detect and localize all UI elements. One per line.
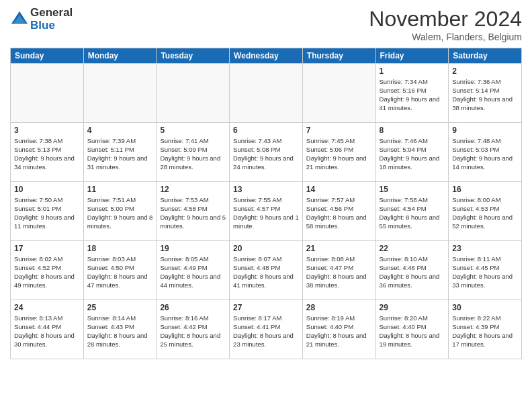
- day-num-8: 8: [380, 125, 445, 136]
- day-info-30: Sunrise: 8:22 AM Sunset: 4:39 PM Dayligh…: [452, 314, 518, 349]
- day-info-7: Sunrise: 7:45 AM Sunset: 5:06 PM Dayligh…: [306, 137, 372, 171]
- day-info-4: Sunrise: 7:39 AM Sunset: 5:11 PM Dayligh…: [87, 137, 153, 171]
- header-thursday: Thursday: [302, 48, 375, 64]
- cell-w4-d3: 27Sunrise: 8:17 AM Sunset: 4:41 PM Dayli…: [230, 300, 303, 359]
- day-num-12: 12: [160, 184, 226, 195]
- day-num-10: 10: [14, 184, 80, 195]
- cell-w2-d1: 11Sunrise: 7:51 AM Sunset: 5:00 PM Dayli…: [83, 182, 157, 241]
- day-info-19: Sunrise: 8:05 AM Sunset: 4:49 PM Dayligh…: [160, 255, 226, 289]
- day-info-16: Sunrise: 8:00 AM Sunset: 4:53 PM Dayligh…: [452, 196, 518, 230]
- day-num-30: 30: [452, 302, 518, 313]
- day-info-28: Sunrise: 8:19 AM Sunset: 4:40 PM Dayligh…: [306, 314, 372, 349]
- week-row-1: 3Sunrise: 7:38 AM Sunset: 5:13 PM Daylig…: [11, 123, 522, 182]
- day-num-16: 16: [452, 184, 518, 195]
- day-info-22: Sunrise: 8:10 AM Sunset: 4:46 PM Dayligh…: [380, 255, 445, 289]
- cell-w0-d1: [83, 64, 157, 123]
- day-info-27: Sunrise: 8:17 AM Sunset: 4:41 PM Dayligh…: [233, 314, 299, 349]
- header-saturday: Saturday: [449, 48, 522, 64]
- day-num-7: 7: [306, 125, 372, 136]
- cell-w3-d6: 23Sunrise: 8:11 AM Sunset: 4:45 PM Dayli…: [449, 241, 522, 300]
- day-info-11: Sunrise: 7:51 AM Sunset: 5:00 PM Dayligh…: [87, 196, 153, 230]
- day-info-8: Sunrise: 7:46 AM Sunset: 5:04 PM Dayligh…: [380, 137, 445, 171]
- header-monday: Monday: [83, 48, 157, 64]
- week-row-2: 10Sunrise: 7:50 AM Sunset: 5:01 PM Dayli…: [11, 182, 522, 241]
- location: Walem, Flanders, Belgium: [369, 32, 522, 42]
- day-num-11: 11: [87, 184, 153, 195]
- cell-w3-d5: 22Sunrise: 8:10 AM Sunset: 4:46 PM Dayli…: [375, 241, 449, 300]
- cell-w4-d0: 24Sunrise: 8:13 AM Sunset: 4:44 PM Dayli…: [11, 300, 84, 359]
- day-num-25: 25: [87, 302, 153, 313]
- day-info-3: Sunrise: 7:38 AM Sunset: 5:13 PM Dayligh…: [14, 137, 80, 171]
- cell-w3-d4: 21Sunrise: 8:08 AM Sunset: 4:47 PM Dayli…: [302, 241, 375, 300]
- day-info-17: Sunrise: 8:02 AM Sunset: 4:52 PM Dayligh…: [14, 255, 80, 289]
- cell-w1-d4: 7Sunrise: 7:45 AM Sunset: 5:06 PM Daylig…: [302, 123, 375, 182]
- day-num-24: 24: [14, 302, 80, 313]
- cell-w2-d0: 10Sunrise: 7:50 AM Sunset: 5:01 PM Dayli…: [11, 182, 84, 241]
- cell-w4-d4: 28Sunrise: 8:19 AM Sunset: 4:40 PM Dayli…: [302, 300, 375, 359]
- day-num-3: 3: [14, 125, 80, 136]
- day-num-15: 15: [380, 184, 445, 195]
- logo-general: General: [30, 7, 73, 19]
- day-info-2: Sunrise: 7:36 AM Sunset: 5:14 PM Dayligh…: [452, 78, 518, 112]
- day-num-29: 29: [380, 302, 445, 313]
- day-info-26: Sunrise: 8:16 AM Sunset: 4:42 PM Dayligh…: [160, 314, 226, 349]
- day-info-1: Sunrise: 7:34 AM Sunset: 5:16 PM Dayligh…: [380, 78, 445, 112]
- cell-w0-d5: 1Sunrise: 7:34 AM Sunset: 5:16 PM Daylig…: [375, 64, 449, 123]
- cell-w3-d3: 20Sunrise: 8:07 AM Sunset: 4:48 PM Dayli…: [230, 241, 303, 300]
- day-num-19: 19: [160, 243, 226, 254]
- day-info-20: Sunrise: 8:07 AM Sunset: 4:48 PM Dayligh…: [233, 255, 299, 289]
- month-title: November 2024: [369, 7, 522, 32]
- cell-w0-d6: 2Sunrise: 7:36 AM Sunset: 5:14 PM Daylig…: [449, 64, 522, 123]
- cell-w4-d6: 30Sunrise: 8:22 AM Sunset: 4:39 PM Dayli…: [449, 300, 522, 359]
- day-num-5: 5: [160, 125, 226, 136]
- cell-w0-d3: [230, 64, 303, 123]
- day-info-6: Sunrise: 7:43 AM Sunset: 5:08 PM Dayligh…: [233, 137, 299, 171]
- cell-w4-d5: 29Sunrise: 8:20 AM Sunset: 4:40 PM Dayli…: [375, 300, 449, 359]
- header-row: Sunday Monday Tuesday Wednesday Thursday…: [11, 48, 522, 64]
- day-info-23: Sunrise: 8:11 AM Sunset: 4:45 PM Dayligh…: [452, 255, 518, 289]
- day-info-18: Sunrise: 8:03 AM Sunset: 4:50 PM Dayligh…: [87, 255, 153, 289]
- week-row-4: 24Sunrise: 8:13 AM Sunset: 4:44 PM Dayli…: [11, 300, 522, 359]
- cell-w1-d2: 5Sunrise: 7:41 AM Sunset: 5:09 PM Daylig…: [157, 123, 230, 182]
- day-num-14: 14: [306, 184, 372, 195]
- day-num-17: 17: [14, 243, 80, 254]
- day-num-28: 28: [306, 302, 372, 313]
- cell-w2-d5: 15Sunrise: 7:58 AM Sunset: 4:54 PM Dayli…: [375, 182, 449, 241]
- day-num-1: 1: [380, 66, 445, 77]
- cell-w4-d2: 26Sunrise: 8:16 AM Sunset: 4:42 PM Dayli…: [157, 300, 230, 359]
- day-info-14: Sunrise: 7:57 AM Sunset: 4:56 PM Dayligh…: [306, 196, 372, 230]
- day-num-4: 4: [87, 125, 153, 136]
- day-num-22: 22: [380, 243, 445, 254]
- header-wednesday: Wednesday: [230, 48, 303, 64]
- day-num-27: 27: [233, 302, 299, 313]
- week-row-3: 17Sunrise: 8:02 AM Sunset: 4:52 PM Dayli…: [11, 241, 522, 300]
- header-friday: Friday: [375, 48, 449, 64]
- cell-w3-d0: 17Sunrise: 8:02 AM Sunset: 4:52 PM Dayli…: [11, 241, 84, 300]
- page: General Blue November 2024 Walem, Flande…: [0, 0, 532, 411]
- cell-w2-d6: 16Sunrise: 8:00 AM Sunset: 4:53 PM Dayli…: [449, 182, 522, 241]
- cell-w2-d2: 12Sunrise: 7:53 AM Sunset: 4:58 PM Dayli…: [157, 182, 230, 241]
- day-num-6: 6: [233, 125, 299, 136]
- title-area: November 2024 Walem, Flanders, Belgium: [369, 7, 522, 42]
- cell-w4-d1: 25Sunrise: 8:14 AM Sunset: 4:43 PM Dayli…: [83, 300, 157, 359]
- cell-w2-d3: 13Sunrise: 7:55 AM Sunset: 4:57 PM Dayli…: [230, 182, 303, 241]
- day-info-21: Sunrise: 8:08 AM Sunset: 4:47 PM Dayligh…: [306, 255, 372, 289]
- week-row-0: 1Sunrise: 7:34 AM Sunset: 5:16 PM Daylig…: [11, 64, 522, 123]
- day-num-2: 2: [452, 66, 518, 77]
- cell-w1-d1: 4Sunrise: 7:39 AM Sunset: 5:11 PM Daylig…: [83, 123, 157, 182]
- header-sunday: Sunday: [11, 48, 84, 64]
- day-info-13: Sunrise: 7:55 AM Sunset: 4:57 PM Dayligh…: [233, 196, 299, 230]
- day-num-20: 20: [233, 243, 299, 254]
- day-num-13: 13: [233, 184, 299, 195]
- calendar: Sunday Monday Tuesday Wednesday Thursday…: [10, 48, 522, 359]
- cell-w3-d2: 19Sunrise: 8:05 AM Sunset: 4:49 PM Dayli…: [157, 241, 230, 300]
- header-tuesday: Tuesday: [157, 48, 230, 64]
- day-num-23: 23: [452, 243, 518, 254]
- cell-w0-d2: [157, 64, 230, 123]
- cell-w0-d0: [11, 64, 84, 123]
- cell-w1-d6: 9Sunrise: 7:48 AM Sunset: 5:03 PM Daylig…: [449, 123, 522, 182]
- day-info-15: Sunrise: 7:58 AM Sunset: 4:54 PM Dayligh…: [380, 196, 445, 230]
- day-info-9: Sunrise: 7:48 AM Sunset: 5:03 PM Dayligh…: [452, 137, 518, 171]
- cell-w1-d5: 8Sunrise: 7:46 AM Sunset: 5:04 PM Daylig…: [375, 123, 449, 182]
- cell-w0-d4: [302, 64, 375, 123]
